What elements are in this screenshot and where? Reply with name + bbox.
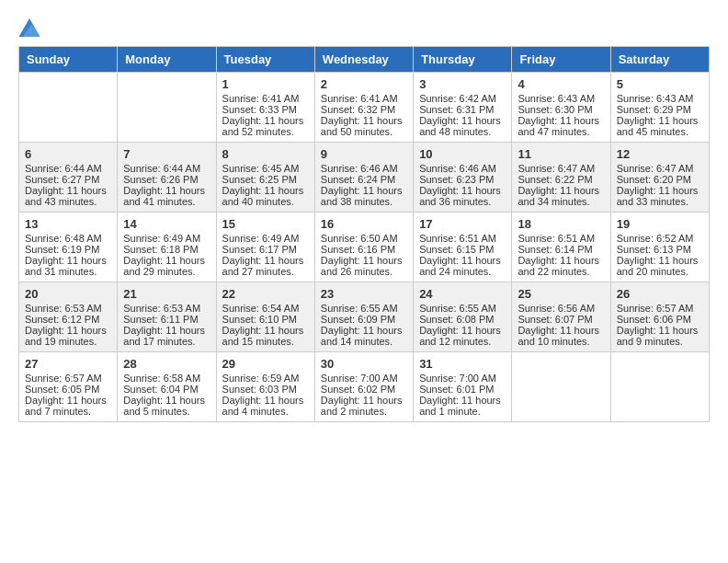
day-number: 17 <box>419 217 506 231</box>
sunrise-text: Sunrise: 6:55 AM <box>321 303 398 314</box>
sunrise-text: Sunrise: 6:49 AM <box>222 233 300 244</box>
calendar-week-row: 1Sunrise: 6:41 AMSunset: 6:33 PMDaylight… <box>19 73 710 143</box>
calendar-cell: 4Sunrise: 6:43 AMSunset: 6:30 PMDaylight… <box>512 73 610 143</box>
day-number: 12 <box>617 147 703 161</box>
calendar-cell: 25Sunrise: 6:56 AMSunset: 6:07 PMDayligh… <box>512 282 610 352</box>
weekday-header: Sunday <box>19 47 118 73</box>
day-number: 8 <box>222 147 309 161</box>
sunset-text: Sunset: 6:03 PM <box>222 384 297 395</box>
sunrise-text: Sunrise: 6:44 AM <box>123 163 200 174</box>
sunset-text: Sunset: 6:29 PM <box>617 104 691 115</box>
sunset-text: Sunset: 6:18 PM <box>123 244 198 255</box>
day-number: 15 <box>222 217 309 231</box>
sunrise-text: Sunrise: 6:46 AM <box>321 163 398 174</box>
day-number: 13 <box>25 217 111 231</box>
daylight-text: Daylight: 11 hours and 40 minutes. <box>222 185 304 207</box>
sunrise-text: Sunrise: 6:41 AM <box>321 93 398 104</box>
sunrise-text: Sunrise: 6:46 AM <box>419 163 496 174</box>
calendar-cell: 31Sunrise: 7:00 AMSunset: 6:01 PMDayligh… <box>414 352 512 422</box>
day-number: 9 <box>321 147 407 161</box>
day-number: 6 <box>25 147 111 161</box>
calendar-cell: 23Sunrise: 6:55 AMSunset: 6:09 PMDayligh… <box>314 282 413 352</box>
day-number: 14 <box>123 217 210 231</box>
sunset-text: Sunset: 6:20 PM <box>617 174 691 185</box>
sunrise-text: Sunrise: 6:57 AM <box>25 373 102 384</box>
daylight-text: Daylight: 11 hours and 31 minutes. <box>25 255 107 277</box>
calendar-cell: 20Sunrise: 6:53 AMSunset: 6:12 PMDayligh… <box>19 282 118 352</box>
weekday-header: Wednesday <box>314 47 413 73</box>
sunset-text: Sunset: 6:30 PM <box>518 104 592 115</box>
day-number: 10 <box>419 147 506 161</box>
sunset-text: Sunset: 6:12 PM <box>25 314 99 325</box>
calendar-cell: 19Sunrise: 6:52 AMSunset: 6:13 PMDayligh… <box>610 213 709 282</box>
daylight-text: Daylight: 11 hours and 2 minutes. <box>321 395 403 417</box>
sunset-text: Sunset: 6:22 PM <box>518 174 592 185</box>
day-number: 25 <box>518 287 604 301</box>
day-number: 26 <box>617 287 703 301</box>
day-number: 19 <box>617 217 703 231</box>
calendar-cell: 11Sunrise: 6:47 AMSunset: 6:22 PMDayligh… <box>512 143 610 213</box>
sunset-text: Sunset: 6:17 PM <box>222 244 297 255</box>
sunrise-text: Sunrise: 6:50 AM <box>321 233 398 244</box>
sunset-text: Sunset: 6:26 PM <box>123 174 198 185</box>
daylight-text: Daylight: 11 hours and 5 minutes. <box>123 395 205 417</box>
day-number: 11 <box>518 147 604 161</box>
calendar-cell: 17Sunrise: 6:51 AMSunset: 6:15 PMDayligh… <box>414 213 512 282</box>
day-number: 16 <box>321 217 407 231</box>
calendar-week-row: 6Sunrise: 6:44 AMSunset: 6:27 PMDaylight… <box>19 143 710 213</box>
calendar-cell: 3Sunrise: 6:42 AMSunset: 6:31 PMDaylight… <box>414 73 512 143</box>
calendar-cell: 26Sunrise: 6:57 AMSunset: 6:06 PMDayligh… <box>610 282 709 352</box>
sunrise-text: Sunrise: 6:55 AM <box>419 303 496 314</box>
sunrise-text: Sunrise: 6:43 AM <box>617 93 694 104</box>
sunset-text: Sunset: 6:33 PM <box>222 104 297 115</box>
calendar-week-row: 13Sunrise: 6:48 AMSunset: 6:19 PMDayligh… <box>19 213 710 282</box>
sunrise-text: Sunrise: 6:47 AM <box>518 163 595 174</box>
day-number: 22 <box>222 287 309 301</box>
daylight-text: Daylight: 11 hours and 19 minutes. <box>25 325 107 347</box>
sunset-text: Sunset: 6:31 PM <box>419 104 494 115</box>
daylight-text: Daylight: 11 hours and 20 minutes. <box>617 255 699 277</box>
sunset-text: Sunset: 6:27 PM <box>25 174 99 185</box>
calendar-week-row: 20Sunrise: 6:53 AMSunset: 6:12 PMDayligh… <box>19 282 710 352</box>
sunrise-text: Sunrise: 6:52 AM <box>617 233 694 244</box>
sunset-text: Sunset: 6:23 PM <box>419 174 494 185</box>
calendar-cell: 14Sunrise: 6:49 AMSunset: 6:18 PMDayligh… <box>118 213 216 282</box>
day-number: 20 <box>25 287 111 301</box>
logo <box>18 18 44 37</box>
daylight-text: Daylight: 11 hours and 47 minutes. <box>518 115 599 137</box>
sunrise-text: Sunrise: 6:53 AM <box>25 303 102 314</box>
daylight-text: Daylight: 11 hours and 12 minutes. <box>419 325 501 347</box>
sunset-text: Sunset: 6:07 PM <box>518 314 592 325</box>
day-number: 3 <box>419 77 506 91</box>
sunset-text: Sunset: 6:13 PM <box>617 244 691 255</box>
daylight-text: Daylight: 11 hours and 36 minutes. <box>419 185 501 207</box>
daylight-text: Daylight: 11 hours and 24 minutes. <box>419 255 501 277</box>
calendar-cell: 16Sunrise: 6:50 AMSunset: 6:16 PMDayligh… <box>314 213 413 282</box>
sunset-text: Sunset: 6:11 PM <box>123 314 198 325</box>
daylight-text: Daylight: 11 hours and 50 minutes. <box>321 115 403 137</box>
daylight-text: Daylight: 11 hours and 33 minutes. <box>617 185 699 207</box>
sunset-text: Sunset: 6:24 PM <box>321 174 395 185</box>
sunrise-text: Sunrise: 6:45 AM <box>222 163 300 174</box>
sunset-text: Sunset: 6:16 PM <box>321 244 395 255</box>
weekday-header: Saturday <box>610 47 709 73</box>
day-number: 27 <box>25 357 111 371</box>
daylight-text: Daylight: 11 hours and 15 minutes. <box>222 325 304 347</box>
sunset-text: Sunset: 6:01 PM <box>419 384 494 395</box>
calendar-cell: 10Sunrise: 6:46 AMSunset: 6:23 PMDayligh… <box>414 143 512 213</box>
daylight-text: Daylight: 11 hours and 43 minutes. <box>25 185 107 207</box>
calendar-cell: 9Sunrise: 6:46 AMSunset: 6:24 PMDaylight… <box>314 143 413 213</box>
calendar-cell: 5Sunrise: 6:43 AMSunset: 6:29 PMDaylight… <box>610 73 709 143</box>
day-number: 21 <box>123 287 210 301</box>
calendar-week-row: 27Sunrise: 6:57 AMSunset: 6:05 PMDayligh… <box>19 352 710 422</box>
sunset-text: Sunset: 6:32 PM <box>321 104 395 115</box>
day-number: 29 <box>222 357 309 371</box>
sunrise-text: Sunrise: 6:43 AM <box>518 93 595 104</box>
calendar-cell: 8Sunrise: 6:45 AMSunset: 6:25 PMDaylight… <box>216 143 314 213</box>
calendar-cell: 15Sunrise: 6:49 AMSunset: 6:17 PMDayligh… <box>216 213 314 282</box>
sunrise-text: Sunrise: 6:57 AM <box>617 303 694 314</box>
daylight-text: Daylight: 11 hours and 22 minutes. <box>518 255 599 277</box>
sunset-text: Sunset: 6:08 PM <box>419 314 494 325</box>
daylight-text: Daylight: 11 hours and 26 minutes. <box>321 255 403 277</box>
calendar-cell: 22Sunrise: 6:54 AMSunset: 6:10 PMDayligh… <box>216 282 314 352</box>
